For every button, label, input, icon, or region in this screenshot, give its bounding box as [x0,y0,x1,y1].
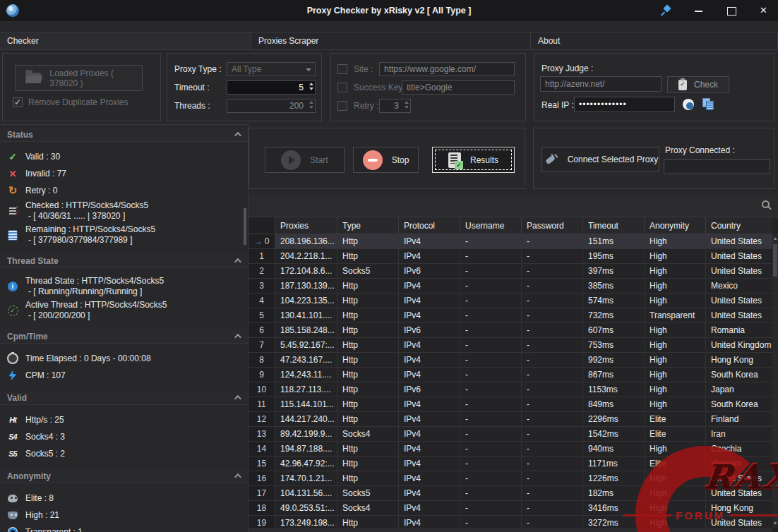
table-row[interactable]: 10118.27.113....HttpIPv6--1153msHighJapa… [249,382,772,397]
table-row[interactable]: 6185.158.248...HttpIPv6--607msHighRomani… [249,323,772,338]
show-ip-eye-icon[interactable] [683,99,694,110]
cell-index: 18 [249,501,275,515]
cell-anonymity: High [645,486,706,500]
threads-spinner[interactable] [309,101,313,109]
column-header-username[interactable]: Username [460,217,522,234]
cell-timeout: 867ms [583,368,645,382]
chevron-up-icon[interactable] [234,132,241,139]
row-index: 15 [257,459,266,468]
tab-checker[interactable]: Checker [0,32,251,49]
stop-button[interactable]: Stop [353,147,419,173]
site-checkbox[interactable] [337,64,347,74]
table-row[interactable]: 1389.42.199.9...Socks4IPv4--1542msEliteI… [249,427,772,442]
tab-about[interactable]: About [531,32,778,49]
timeout-spinner[interactable] [309,83,313,90]
status-item: Socks5 : 2 [0,445,248,462]
table-search-bar[interactable] [249,195,778,217]
table-row[interactable]: 17104.131.56....Socks5IPv4--182msHighUni… [249,486,772,501]
cell-protocol: IPv4 [399,471,460,485]
section-header-status[interactable]: Status [0,128,248,142]
proxy-type-dropdown[interactable]: All Type [227,62,316,76]
table-row[interactable]: 4104.223.135...HttpIPv4--574msHighUnited… [249,294,772,308]
table-row[interactable]: 1542.96.47.92:...HttpIPv4--1171msEliteVi… [249,457,772,471]
cell-index: 1 [249,249,275,263]
cell-proxy: 115.144.101... [275,397,337,411]
column-header-timeout[interactable]: Timeout [583,217,645,234]
status-line: Socks4 : 3 [25,432,65,442]
retry-spinner[interactable] [405,101,409,109]
column-header-country[interactable]: Country [706,217,772,234]
connect-selected-proxy-button[interactable]: Connect Selected Proxy [541,147,659,172]
column-header-anonymity[interactable]: Anonymity [645,217,706,234]
table-row[interactable]: 847.243.167....HttpIPv4--992msHighHong K… [249,353,772,368]
retry-checkbox[interactable] [337,101,347,111]
pin-icon[interactable] [661,5,672,16]
site-url-input[interactable] [379,62,515,76]
timeout-label: Timeout : [174,83,210,92]
table-row[interactable]: 16174.70.1.21...HttpIPv4--1226msHighUnit… [249,471,772,486]
success-key-input[interactable] [402,80,515,95]
chevron-up-icon[interactable] [234,258,241,265]
proxy-connected-input[interactable] [664,159,770,174]
results-button[interactable]: Results [432,147,515,173]
real-ip-input[interactable] [574,97,675,112]
timeout-input[interactable] [227,80,316,95]
loaded-proxies-button[interactable]: Loaded Proxies ( 378020 ) [15,65,143,91]
section-header-valid[interactable]: Valid [0,391,248,405]
start-button[interactable]: Start [265,147,345,173]
table-row[interactable]: 1849.0.253.51:...Socks4IPv4--3416msHighH… [249,501,772,516]
table-row[interactable]: 2172.104.8.6...Socks5IPv6--397msHighUnit… [249,264,772,279]
column-header-type[interactable]: Type [337,217,399,234]
title-bar[interactable]: Proxy Checker by xRisky v2 [ All Type ] [0,0,778,21]
column-header-protocol[interactable]: Protocol [399,217,460,234]
table-row[interactable]: 11115.144.101...HttpIPv4--849msHighSouth… [249,397,772,412]
proxy-judge-input[interactable] [540,76,662,92]
success-key-checkbox[interactable] [337,83,347,92]
cell-type: Http [337,368,399,382]
threads-label: Threads : [174,101,210,111]
cell-index: 15 [249,457,275,471]
column-header-password[interactable]: Password [522,217,583,234]
table-row[interactable]: 75.45.92.167:...HttpIPv4--753msHighUnite… [249,338,772,353]
chevron-up-icon[interactable] [234,473,241,480]
scrollbar-thumb[interactable] [773,244,777,277]
cell-index: 9 [249,368,275,382]
row-index: 19 [257,518,266,528]
info-circle-icon [6,281,19,292]
check-button-label: Check [694,80,718,90]
remaining-list-icon [6,229,19,241]
tab-checker-label: Checker [7,36,39,46]
scroll-down-icon[interactable]: ▼ [772,519,778,528]
table-row[interactable]: 9124.243.11....HttpIPv4--867msHighSouth … [249,368,772,382]
table-row[interactable]: 3187.130.139...HttpIPv4--385msHighMexico [249,279,772,294]
check-judge-button[interactable]: Check [667,76,729,93]
table-vertical-scrollbar[interactable]: ▲ ▼ [772,234,778,528]
copy-ip-icon[interactable] [702,98,714,109]
section-header-cpm-time[interactable]: Cpm/Time [0,330,248,344]
chevron-up-icon[interactable] [234,395,241,402]
table-row[interactable]: 1204.2.218.1...HttpIPv4--195msHighUnited… [249,249,772,264]
status-text: High : 21 [25,510,59,521]
section-header-thread-state[interactable]: Thread State [0,254,248,268]
table-row[interactable]: 5130.41.101....HttpIPv4--732msTransparen… [249,308,772,323]
cell-country: Finland [706,412,772,426]
section-header-anonymity[interactable]: Anonymity [0,469,248,483]
tab-proxies-scraper[interactable]: Proxies Scraper [251,32,531,49]
remove-duplicates-checkbox-row[interactable]: Remove Duplicate Proxies [13,97,128,107]
column-header-proxies[interactable]: Proxies [275,217,337,234]
cell-username: - [460,308,522,322]
threads-input[interactable] [227,99,316,113]
column-header-index[interactable] [249,217,275,234]
table-horizontal-scrollbar[interactable] [249,528,772,532]
table-row[interactable]: 14194.87.188....HttpIPv4--940msHighCzech… [249,442,772,457]
remove-duplicates-checkbox[interactable] [13,97,23,107]
table-row[interactable]: →0208.196.136...HttpIPv4--151msHighUnite… [249,234,772,249]
cell-index: 13 [249,427,275,441]
chevron-up-icon[interactable] [234,334,241,341]
table-row[interactable]: 12144.217.240...HttpIPv4--2296msEliteFin… [249,412,772,427]
scroll-up-icon[interactable]: ▲ [772,234,778,243]
close-button[interactable] [758,5,770,16]
maximize-button[interactable] [726,5,737,16]
minimize-button[interactable] [693,5,705,16]
sidebar-scrollbar[interactable] [244,208,246,245]
